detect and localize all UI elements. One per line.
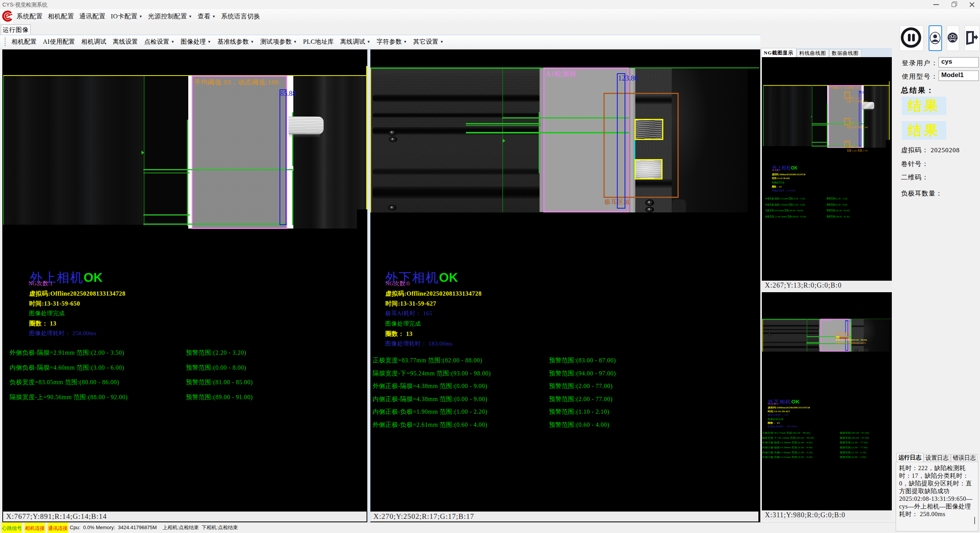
toolbar-item[interactable]: 图像处理▼ bbox=[178, 35, 214, 49]
process-done-text: 图像处理完成 bbox=[385, 320, 421, 327]
exit-icon bbox=[965, 26, 978, 50]
dropdown-arrow-icon: ▼ bbox=[187, 15, 192, 18]
toolbar-item-label: 点检设置 bbox=[144, 38, 169, 45]
toolbar-item[interactable]: 相机调试 bbox=[78, 35, 110, 49]
measurement-main-text: 隔膜宽度-下=95.24mm 范围:(93.00 - 98.00) bbox=[373, 370, 491, 378]
dropdown-arrow-icon: ▼ bbox=[439, 40, 444, 44]
measurement-main-text: 内侧正极-负极=1.90mm 范围:(1.00 - 2.20) bbox=[762, 451, 813, 454]
toolbar-item-label: 相机配置 bbox=[12, 38, 37, 45]
log-tab-label: 设置日志 bbox=[926, 455, 949, 461]
measurement-row: 内侧正极-隔膜=4.38mm 范围:(0.00 - 9.00)预警范围:(2.0… bbox=[370, 395, 759, 408]
current-user-button[interactable] bbox=[929, 25, 942, 51]
loop-count-text: 圈数： 13 bbox=[768, 421, 779, 424]
measurement-row: 外侧负极-隔膜=2.91mm 范围:(2.00 - 3.50)预警范围:(2.2… bbox=[763, 197, 890, 203]
result-badge-1: 结果 bbox=[902, 97, 946, 115]
dropdown-arrow-icon: ▼ bbox=[292, 40, 297, 44]
exit-button[interactable] bbox=[964, 25, 980, 51]
toolbar-grip[interactable] bbox=[5, 38, 6, 47]
log-tab[interactable]: 设置日志 bbox=[924, 454, 950, 462]
left-camera-view[interactable]: 平均阈值:93，动态阈值:100 85.88 亮度:1.226 宽度:1.775… bbox=[2, 49, 367, 522]
measurement-warn-text: 预警范围:(94.00 - 97.00) bbox=[549, 370, 616, 378]
toolbar-item-label: AI使用配置 bbox=[43, 38, 75, 45]
menu-item[interactable]: 相机配置 bbox=[45, 9, 77, 24]
menu-item[interactable]: 通讯配置 bbox=[77, 9, 108, 24]
menu-item-label: 系统配置 bbox=[16, 13, 43, 20]
measurement-warn-text: 预警范围:(2.20 - 3.20) bbox=[186, 349, 246, 357]
toolbar-item[interactable]: 相机配置 bbox=[8, 35, 40, 49]
pause-icon bbox=[900, 26, 922, 50]
ai-time-text: 极耳AI耗时： 165 bbox=[385, 310, 432, 317]
measurement-main-text: 隔膜宽度-上=90.56mm 范围:(88.00 - 92.00) bbox=[765, 215, 806, 219]
roll-needle-line: 卷针号： bbox=[901, 160, 929, 168]
loop-count-text: 圈数： 13 bbox=[772, 185, 782, 189]
measurement-warn-text: 预警范围:(89.00 - 91.00) bbox=[186, 393, 253, 401]
time-text: 时间:13-31-59-650 bbox=[29, 300, 80, 308]
toolbar-item[interactable]: 离线调试▼ bbox=[337, 35, 373, 49]
menu-item-label: IO卡配置 bbox=[111, 13, 137, 20]
measurement-rows: 正极宽度=83.77mm 范围:(82.00 - 88.00)预警范围:(83.… bbox=[370, 357, 759, 434]
measurement-warn-text: 预警范围:(2.00 - 77.00) bbox=[549, 395, 613, 403]
measurement-main-text: 隔膜宽度-上=90.56mm 范围:(88.00 - 92.00) bbox=[10, 393, 128, 401]
log-output[interactable]: 耗时：222，缺陷检测耗时：17，缺陷分类耗时：0，缺陷提取分区耗时：直方图提取… bbox=[896, 462, 978, 531]
right-camera-overlay-text: 外下相机OK NG次数:0 虚拟码:Offline202502081331347… bbox=[762, 322, 892, 404]
toolbar-item[interactable]: 字符参数▼ bbox=[373, 35, 410, 49]
measurement-row: 隔膜宽度-下=95.24mm 范围:(93.00 - 98.00)预警范围:(9… bbox=[762, 436, 892, 441]
login-user-field[interactable]: cys bbox=[939, 57, 979, 67]
minimize-icon bbox=[933, 4, 939, 5]
pause-button[interactable] bbox=[899, 25, 924, 51]
toolbar-item[interactable]: 其它设置▼ bbox=[410, 35, 447, 49]
measurement-main-text: 正极宽度=83.77mm 范围:(82.00 - 88.00) bbox=[373, 357, 482, 365]
ng-screenshot-preview-bottom[interactable]: AI检测框 极耳区域 123.80 bbox=[762, 292, 892, 510]
measurement-row: 负极宽度=83.05mm 范围:(80.00 - 86.00)预警范围:(81.… bbox=[763, 209, 890, 215]
toolbar-item[interactable]: 离线设置 bbox=[110, 35, 141, 49]
right-camera-view[interactable]: AI检测框 极耳区域 123.80 bbox=[370, 49, 760, 522]
log-tab[interactable]: 运行日志 bbox=[896, 453, 923, 462]
tab-row bbox=[0, 24, 980, 35]
log-line: 耗时：222，缺陷检测耗时：17，缺陷分类耗时：0，缺陷提取分区耗时：直方图提取… bbox=[899, 465, 972, 494]
measurement-row: 内侧负极-隔膜=4.60mm 范围:(3.00 - 6.00)预警范围:(0.0… bbox=[3, 364, 367, 379]
measurement-main-text: 内侧负极-隔膜=4.60mm 范围:(3.00 - 6.00) bbox=[10, 364, 124, 372]
minimize-button[interactable] bbox=[929, 0, 942, 9]
preview-tab[interactable]: 数据曲线图 bbox=[829, 49, 862, 57]
right-camera-coordinate-bar: X:270;Y:2502;R:17;G:17;B:17 bbox=[370, 512, 758, 521]
ng-screenshot-preview-top[interactable]: 平均阈值:93，动态阈值:100 85.88 亮度:1.226 宽度:1.775… bbox=[762, 57, 892, 281]
measurement-warn-text: 预警范围:(2.00 - 77.00) bbox=[840, 441, 868, 444]
measurement-row: 外侧负极-隔膜=2.91mm 范围:(2.00 - 3.50)预警范围:(2.2… bbox=[3, 349, 367, 364]
process-done-text: 图像处理完成 bbox=[29, 310, 65, 317]
preview2-coordinate-bar: X:311;Y:980;R:0;G:0;B:0 bbox=[762, 510, 892, 520]
user-group-button[interactable] bbox=[947, 25, 959, 51]
tab-run-image[interactable]: 运行图像 bbox=[1, 25, 31, 35]
cpu-memory-status: Cpu: 0.0% Memory: 3424.41796875M bbox=[70, 523, 157, 533]
measurement-warn-text: 预警范围:(94.00 - 97.00) bbox=[840, 436, 869, 439]
loop-count-text: 圈数： 13 bbox=[385, 330, 413, 338]
toolbar-item[interactable]: 点检设置▼ bbox=[141, 35, 178, 49]
toolbar-item[interactable]: PLC地址库 bbox=[300, 35, 337, 49]
log-tabs: 运行日志设置日志错误日志 bbox=[896, 453, 978, 462]
model-field[interactable]: Model1 bbox=[939, 71, 979, 81]
result-badge-2: 结果 bbox=[902, 121, 946, 140]
toolbar-item[interactable]: 测试项参数▼ bbox=[257, 35, 300, 49]
menu-item[interactable]: 查看▼ bbox=[195, 9, 218, 24]
menu-item[interactable]: IO卡配置▼ bbox=[108, 9, 145, 24]
maximize-button[interactable] bbox=[947, 0, 960, 9]
qr-code-line: 二维码： bbox=[901, 173, 929, 182]
toolbar-item[interactable]: AI使用配置 bbox=[40, 35, 78, 49]
measurement-warn-text: 预警范围:(83.00 - 87.00) bbox=[840, 431, 869, 434]
toolbar-item[interactable]: 基准线参数▼ bbox=[214, 35, 257, 49]
measurement-warn-text: 预警范围:(81.00 - 85.00) bbox=[827, 209, 850, 212]
left-camera-overlay-text: 外上相机OK NG次数:1 虚拟码:Offline202502081331347… bbox=[3, 76, 367, 290]
log-text-cursor bbox=[974, 517, 975, 524]
virtual-code-text: 虚拟码:Offline20250208133134728 bbox=[768, 406, 810, 409]
close-button[interactable] bbox=[965, 0, 978, 9]
measurement-row: 隔膜宽度-上=90.56mm 范围:(88.00 - 92.00)预警范围:(8… bbox=[3, 393, 367, 408]
log-tab[interactable]: 错误日志 bbox=[951, 454, 978, 462]
menu-item[interactable]: 系统语言切换 bbox=[219, 9, 263, 24]
menu-item[interactable]: 光源控制配置▼ bbox=[145, 9, 195, 24]
preview-tab[interactable]: 料线曲线图 bbox=[797, 49, 829, 57]
dropdown-arrow-icon: ▼ bbox=[206, 40, 211, 44]
loop-count-text: 圈数： 13 bbox=[29, 320, 56, 328]
menu-item[interactable]: 系统配置 bbox=[14, 9, 45, 24]
elapsed-text: 图像处理耗时： 183.00ms bbox=[768, 425, 797, 428]
preview-tab-label: 数据曲线图 bbox=[832, 50, 859, 56]
preview-tab[interactable]: NG截图显示 bbox=[761, 48, 796, 57]
